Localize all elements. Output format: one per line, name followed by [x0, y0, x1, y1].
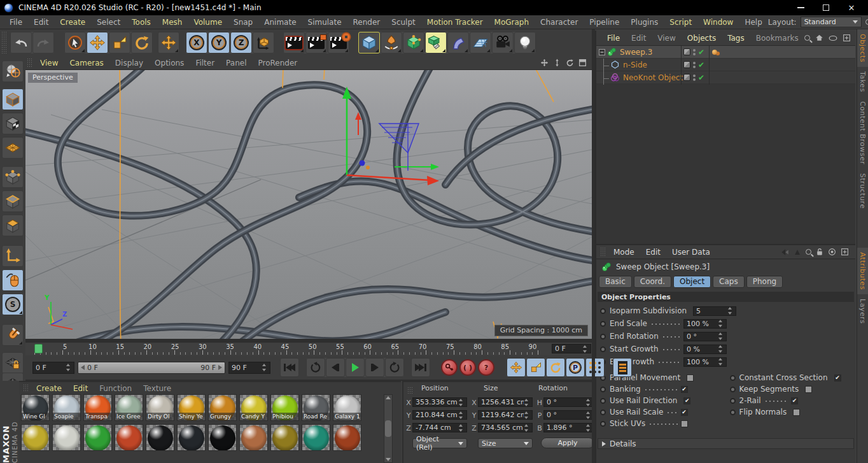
redo-button[interactable] [32, 32, 54, 53]
material-item[interactable]: Ice Gree [115, 394, 143, 421]
viewport-grip[interactable] [27, 58, 33, 68]
texture-mode-button[interactable] [2, 113, 24, 134]
object-row-sweep[interactable]: Sweep.3 ✔ [596, 46, 855, 59]
stepper-icon[interactable] [727, 307, 733, 315]
animation-dot-icon[interactable] [600, 346, 606, 352]
camera-button[interactable] [492, 32, 514, 53]
visibility-dots[interactable] [693, 61, 696, 69]
menu-item[interactable]: Script [664, 17, 697, 28]
toolbar-grip[interactable] [1, 31, 8, 54]
material-item[interactable]: Wine Gl [21, 394, 50, 421]
stepper-icon[interactable] [458, 424, 464, 432]
coordinate-system-button[interactable] [253, 32, 274, 53]
material-item[interactable] [177, 424, 206, 451]
stepper-icon[interactable] [718, 358, 724, 366]
workplane-grid-button[interactable] [2, 373, 24, 381]
checkbox[interactable] [834, 374, 841, 381]
animation-dot-icon[interactable] [730, 375, 736, 381]
goto-start-button[interactable] [280, 358, 299, 377]
range-left-arrow-icon[interactable] [81, 365, 85, 370]
key-scale-button[interactable] [526, 358, 545, 377]
axis-lock-z-button[interactable]: Z [230, 32, 252, 53]
scroll-up-icon[interactable] [386, 396, 391, 399]
render-settings-button[interactable] [328, 32, 349, 53]
object-manager-menu-item[interactable]: File [601, 32, 626, 44]
pan-view-icon[interactable] [540, 59, 549, 67]
layout-select[interactable]: Standard [801, 17, 862, 27]
object-manager-menu-item[interactable]: Tags [722, 32, 750, 44]
menu-item[interactable]: Render [347, 17, 386, 28]
material-item[interactable] [208, 424, 237, 451]
size-y-field[interactable]: 1219.642 cm [478, 410, 533, 420]
animation-dot-icon[interactable] [600, 387, 606, 392]
autokey-button[interactable]: ( ) [459, 359, 476, 376]
object-manager-menu-item[interactable]: View [652, 32, 681, 44]
polygons-mode-button[interactable] [2, 215, 24, 236]
spline-pen-button[interactable] [381, 32, 402, 53]
scale-tool-button[interactable] [109, 32, 130, 53]
object-name[interactable]: n-Side [623, 61, 647, 69]
next-key-button[interactable] [385, 358, 404, 377]
sweep-generator-button[interactable] [425, 32, 447, 53]
layer-toggle[interactable] [683, 48, 690, 55]
enable-snap-button[interactable] [2, 324, 24, 346]
search-icon[interactable] [804, 35, 810, 41]
property-value-field[interactable]: 0 ° [683, 332, 727, 341]
rotate-tool-button[interactable] [131, 32, 153, 53]
stepper-icon[interactable] [718, 345, 724, 353]
menu-item[interactable]: MoGraph [489, 17, 535, 28]
material-menu-item[interactable]: Edit [67, 383, 94, 394]
property-value-field[interactable]: 5 [693, 306, 736, 316]
viewport-menu-item[interactable]: Panel [220, 57, 252, 69]
object-name[interactable]: NeoKnot Object [623, 73, 683, 82]
timeline-window-button[interactable] [613, 358, 632, 377]
material-item[interactable] [21, 424, 50, 451]
menu-item[interactable]: Motion Tracker [421, 17, 489, 28]
menu-item[interactable]: Window [697, 17, 739, 28]
position-z-field[interactable]: -7.744 cm [412, 423, 467, 432]
side-tab[interactable]: Structure [857, 169, 868, 213]
menu-item[interactable]: Sculpt [386, 17, 421, 28]
next-frame-button[interactable] [365, 358, 384, 377]
stepper-icon[interactable] [66, 364, 71, 371]
add-panel-icon[interactable] [843, 34, 851, 42]
deformer-button[interactable] [447, 32, 469, 53]
attribute-grip[interactable] [600, 247, 606, 257]
floor-button[interactable] [470, 32, 491, 53]
scroll-down-icon[interactable] [386, 458, 391, 461]
object-row-nside[interactable]: n-Side ✔ [596, 59, 855, 71]
stepper-icon[interactable] [582, 345, 588, 353]
layer-toggle[interactable] [683, 74, 690, 81]
last-tool-button[interactable] [158, 32, 179, 53]
axis-lock-y-button[interactable]: Y [208, 32, 230, 53]
tweak-mode-button[interactable] [2, 269, 24, 291]
checkbox[interactable] [681, 386, 688, 393]
target-icon[interactable] [828, 248, 836, 256]
stepper-icon[interactable] [524, 424, 529, 432]
section-header[interactable]: Object Properties [598, 292, 854, 302]
property-value-field[interactable]: 100 % [683, 319, 727, 329]
material-item[interactable]: Dirty Ol [146, 394, 174, 421]
menu-item[interactable]: Simulate [302, 17, 347, 28]
toggle-view-icon[interactable] [578, 59, 587, 67]
side-tab[interactable]: Takes [857, 67, 868, 97]
menu-item[interactable]: Pipeline [584, 17, 625, 28]
attribute-menu-item[interactable]: Mode [608, 246, 640, 258]
size-mode-select[interactable]: Size [478, 438, 533, 448]
workplane-mode-button[interactable] [2, 137, 24, 159]
material-menu-item[interactable]: Create [31, 383, 67, 394]
history-back-icon[interactable] [780, 248, 789, 256]
rotation-h-field[interactable]: 0 ° [543, 397, 594, 407]
side-tab[interactable]: Content Browser [857, 97, 868, 169]
stepper-icon[interactable] [458, 399, 464, 406]
attribute-tab[interactable]: Basic [599, 276, 632, 288]
scrollbar-thumb[interactable] [385, 420, 391, 437]
material-item[interactable]: Phibiou [270, 394, 299, 421]
material-item[interactable] [333, 424, 361, 451]
range-right-arrow-icon[interactable] [218, 365, 222, 370]
viewport-menu-item[interactable]: Options [149, 57, 190, 69]
eye-icon[interactable] [829, 35, 837, 41]
rotation-p-field[interactable]: 0 ° [543, 410, 594, 420]
property-value-field[interactable]: 0 % [683, 345, 727, 354]
material-item[interactable] [115, 424, 143, 451]
